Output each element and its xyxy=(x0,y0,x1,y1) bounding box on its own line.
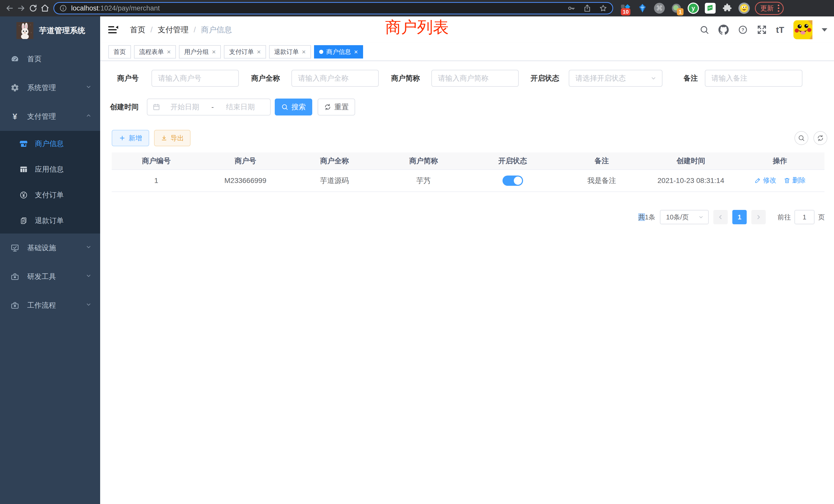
edit-link[interactable]: 修改 xyxy=(754,176,776,185)
full-name-label: 商户全称 xyxy=(241,70,280,87)
bookmark-star-icon[interactable] xyxy=(599,4,607,12)
search-button[interactable]: 搜索 xyxy=(275,98,312,115)
close-icon[interactable]: × xyxy=(302,48,306,55)
hamburger-fold-icon xyxy=(108,25,118,35)
chevron-down-icon xyxy=(85,301,92,310)
sidebar-item-label: 研发工具 xyxy=(27,272,56,281)
sidebar-item-label: 退款订单 xyxy=(35,216,64,226)
tab-pay-order[interactable]: 支付订单× xyxy=(224,45,266,59)
search-icon[interactable] xyxy=(699,25,709,35)
logo-rabbit-image xyxy=(17,22,34,39)
extensions-puzzle-icon[interactable] xyxy=(722,3,733,14)
chevron-left-icon xyxy=(717,214,724,221)
browser-forward-button[interactable] xyxy=(16,2,27,14)
font-size-icon[interactable]: tT xyxy=(776,25,784,35)
breadcrumb-current: 商户信息 xyxy=(201,25,232,35)
cell-merchant-id: 1 xyxy=(112,177,201,185)
main-area: 首页 / 支付管理 / 商户信息 ? tT 首页 流程表单× 用户分组× 支付订… xyxy=(100,17,834,504)
tab-merchant-info[interactable]: 商户信息× xyxy=(314,45,363,59)
full-name-input[interactable] xyxy=(291,70,379,87)
tab-refund-order[interactable]: 退款订单× xyxy=(269,45,311,59)
monitor-check-icon xyxy=(10,244,20,252)
th-short-name: 商户简称 xyxy=(379,156,468,166)
page-1-button[interactable]: 1 xyxy=(732,210,747,224)
th-merchant-id: 商户编号 xyxy=(112,156,201,166)
browser-reload-button[interactable] xyxy=(27,2,39,14)
th-remark: 备注 xyxy=(557,156,646,166)
close-icon[interactable]: × xyxy=(212,48,216,55)
chevron-down-icon xyxy=(650,75,657,82)
date-start-placeholder[interactable]: 开始日期 xyxy=(160,102,209,112)
extension-gem-icon[interactable] xyxy=(637,3,648,14)
delete-link[interactable]: 删除 xyxy=(784,176,806,185)
refresh-table-button[interactable] xyxy=(813,131,827,145)
sidebar-item-home[interactable]: 首页 xyxy=(0,45,100,73)
extension-yuque-icon[interactable]: y xyxy=(688,3,699,14)
export-button[interactable]: 导出 xyxy=(154,130,191,146)
extension-chat-icon[interactable] xyxy=(705,3,716,14)
payment-submenu: 商户信息 应用信息 支付订单 退款订单 xyxy=(0,131,100,233)
svg-text:?: ? xyxy=(742,27,744,32)
sidebar-item-merchant-info[interactable]: 商户信息 xyxy=(0,131,100,157)
toolbox-icon xyxy=(10,272,20,281)
tab-user-group[interactable]: 用户分组× xyxy=(179,45,221,59)
extension-recorder-icon[interactable]: 1 xyxy=(671,3,682,14)
sidebar: 芋道管理系统 首页 系统管理 ¥ 支付管理 商户信息 应用信息 xyxy=(0,17,100,504)
command-icon: ⌘ xyxy=(654,3,665,14)
help-icon[interactable]: ? xyxy=(738,25,748,35)
next-page-button[interactable] xyxy=(751,210,766,224)
date-end-placeholder[interactable]: 结束日期 xyxy=(216,102,265,112)
toggle-search-button[interactable] xyxy=(794,131,808,145)
status-label: 开启状态 xyxy=(521,70,559,87)
sidebar-item-refund-order[interactable]: 退款订单 xyxy=(0,208,100,233)
user-avatar[interactable] xyxy=(793,20,812,39)
arrow-right-icon xyxy=(17,4,26,13)
browser-back-button[interactable] xyxy=(4,2,16,14)
add-button[interactable]: 新增 xyxy=(112,130,149,146)
breadcrumb-payment[interactable]: 支付管理 xyxy=(158,25,189,35)
browser-profile-avatar[interactable] xyxy=(739,3,750,14)
chevron-down-icon xyxy=(698,214,704,220)
page-size-select[interactable]: 10条/页 xyxy=(660,210,709,224)
avatar-caret-icon[interactable] xyxy=(822,28,827,31)
close-icon[interactable]: × xyxy=(257,48,261,55)
search-icon xyxy=(281,104,288,111)
close-icon[interactable]: × xyxy=(167,48,171,55)
fullscreen-icon[interactable] xyxy=(757,25,767,35)
extension-command-icon[interactable]: ⌘ xyxy=(654,3,665,14)
reset-button[interactable]: 重置 xyxy=(317,98,355,115)
trash-icon xyxy=(784,177,790,184)
share-icon[interactable] xyxy=(583,4,591,12)
sidebar-item-workflow[interactable]: 工作流程 xyxy=(0,291,100,320)
goto-page-input[interactable] xyxy=(794,210,814,224)
status-select[interactable]: 请选择开启状态 xyxy=(569,70,662,87)
browser-update-menu-button[interactable]: 更新 xyxy=(755,2,784,15)
password-key-icon[interactable] xyxy=(567,4,575,12)
short-name-input[interactable] xyxy=(431,70,519,87)
browser-home-button[interactable] xyxy=(39,2,51,14)
remark-input[interactable] xyxy=(705,70,803,87)
extension-tabs-icon[interactable]: 10 xyxy=(620,3,631,14)
sidebar-item-system[interactable]: 系统管理 xyxy=(0,73,100,102)
status-toggle[interactable] xyxy=(503,176,523,186)
tab-process-form[interactable]: 流程表单× xyxy=(134,45,176,59)
site-info-icon[interactable] xyxy=(59,4,67,12)
sidebar-item-dev-tools[interactable]: 研发工具 xyxy=(0,262,100,291)
plus-icon xyxy=(119,135,126,141)
sidebar-item-payment[interactable]: ¥ 支付管理 xyxy=(0,102,100,131)
merchant-no-input[interactable] xyxy=(152,70,239,87)
tab-home[interactable]: 首页 xyxy=(108,45,131,59)
close-icon[interactable]: × xyxy=(354,48,358,55)
address-bar[interactable]: localhost:1024/pay/merchant xyxy=(53,2,613,14)
shop-icon xyxy=(20,140,28,148)
sidebar-logo-row[interactable]: 芋道管理系统 xyxy=(0,17,100,45)
sidebar-collapse-button[interactable] xyxy=(108,25,118,35)
sidebar-item-infrastructure[interactable]: 基础设施 xyxy=(0,233,100,262)
prev-page-button[interactable] xyxy=(713,210,728,224)
cell-merchant-no: M233666999 xyxy=(201,177,290,185)
breadcrumb-home[interactable]: 首页 xyxy=(130,25,145,35)
sidebar-item-app-info[interactable]: 应用信息 xyxy=(0,157,100,182)
create-time-range-picker[interactable]: 开始日期 - 结束日期 xyxy=(147,98,271,115)
sidebar-item-pay-order[interactable]: 支付订单 xyxy=(0,182,100,208)
github-icon[interactable] xyxy=(719,25,729,35)
